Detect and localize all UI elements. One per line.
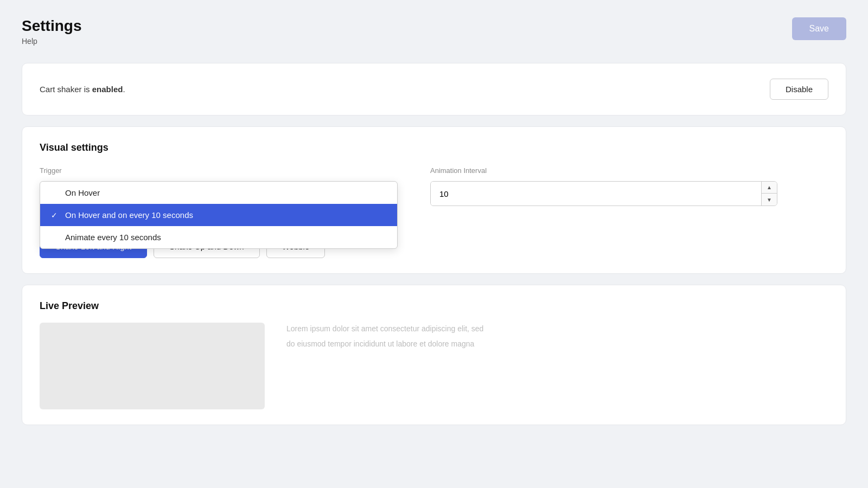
save-button[interactable]: Save bbox=[792, 17, 846, 40]
live-preview-title: Live Preview bbox=[40, 300, 828, 312]
trigger-option-label-animate: Animate every 10 seconds bbox=[65, 233, 161, 242]
trigger-dropdown-menu: On Hover ✓ On Hover and on every 10 seco… bbox=[40, 181, 398, 249]
settings-row: Trigger On Hover and on every 10 seconds… bbox=[40, 166, 828, 206]
preview-text-line1: Lorem ipsum dolor sit amet consectetur a… bbox=[286, 323, 828, 335]
trigger-option-label: On Hover bbox=[65, 188, 100, 197]
interval-input[interactable] bbox=[431, 182, 761, 206]
disable-button[interactable]: Disable bbox=[770, 79, 828, 100]
page: Settings Help Save Cart shaker is enable… bbox=[0, 0, 868, 488]
trigger-group: Trigger On Hover and on every 10 seconds… bbox=[40, 166, 409, 203]
stepper-buttons: ▲ ▼ bbox=[761, 182, 777, 206]
stepper-down-button[interactable]: ▼ bbox=[762, 194, 777, 206]
visual-settings-card: Visual settings Trigger On Hover and on … bbox=[22, 126, 846, 274]
visual-settings-title: Visual settings bbox=[40, 142, 828, 153]
preview-box bbox=[40, 323, 265, 409]
preview-area: Lorem ipsum dolor sit amet consectetur a… bbox=[40, 323, 828, 409]
trigger-option-on-hover[interactable]: On Hover bbox=[40, 182, 397, 204]
trigger-option-animate-every-10[interactable]: Animate every 10 seconds bbox=[40, 226, 397, 248]
live-preview-card: Live Preview Lorem ipsum dolor sit amet … bbox=[22, 285, 846, 425]
preview-text-line2: do eiusmod tempor incididunt ut labore e… bbox=[286, 338, 828, 350]
header-left: Settings Help bbox=[22, 17, 81, 46]
trigger-option-on-hover-every-10[interactable]: ✓ On Hover and on every 10 seconds bbox=[40, 204, 397, 226]
check-icon-on-hover-every-10: ✓ bbox=[51, 211, 60, 220]
trigger-option-label-selected: On Hover and on every 10 seconds bbox=[65, 210, 193, 220]
status-prefix: Cart shaker is bbox=[40, 85, 92, 94]
page-title: Settings bbox=[22, 17, 81, 35]
trigger-label: Trigger bbox=[40, 166, 409, 175]
interval-label: Animation Interval bbox=[430, 166, 777, 175]
interval-input-wrap: ▲ ▼ bbox=[430, 181, 777, 206]
preview-text: Lorem ipsum dolor sit amet consectetur a… bbox=[286, 323, 828, 350]
status-text: Cart shaker is enabled. bbox=[40, 85, 125, 94]
interval-group: Animation Interval ▲ ▼ bbox=[430, 166, 777, 206]
stepper-up-button[interactable]: ▲ bbox=[762, 182, 777, 194]
trigger-dropdown-container: On Hover and on every 10 seconds ▾ On Ho… bbox=[40, 181, 409, 203]
status-bold: enabled bbox=[92, 85, 123, 94]
status-card: Cart shaker is enabled. Disable bbox=[22, 63, 846, 115]
status-suffix: . bbox=[123, 85, 125, 94]
status-bar: Cart shaker is enabled. Disable bbox=[40, 79, 828, 100]
header: Settings Help Save bbox=[22, 17, 846, 46]
help-link[interactable]: Help bbox=[22, 37, 81, 46]
